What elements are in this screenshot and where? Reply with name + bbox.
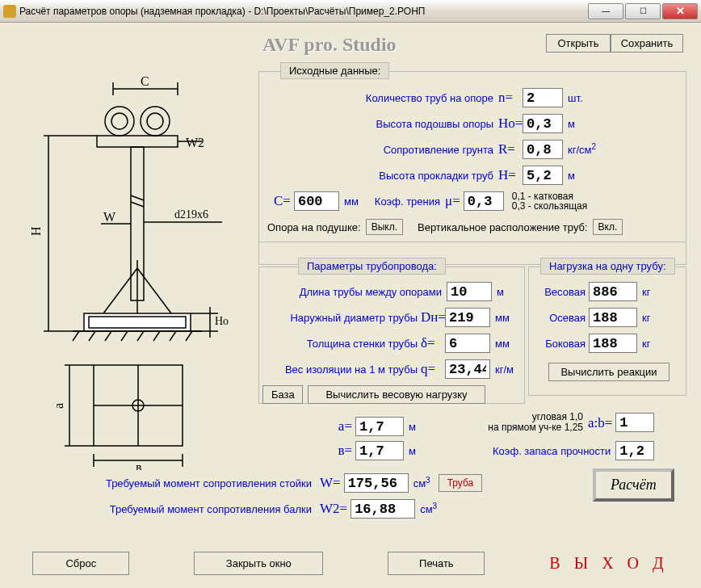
svg-text:W: W [103,210,116,224]
q-input[interactable] [445,359,490,379]
b-input[interactable] [355,441,404,460]
svg-line-31 [186,331,192,341]
del-var: δ= [421,335,445,351]
svg-point-4 [111,113,128,129]
svg-text:C: C [141,74,149,88]
dn-label: Наружный диаметр трубы [259,312,418,324]
print-button[interactable]: Печать [388,552,485,575]
r-var: R= [498,141,523,158]
svg-text:H: H [29,226,43,236]
window-controls: — ☐ ✕ [588,3,698,19]
mu-var: μ= [445,193,460,209]
dn-input[interactable] [445,308,490,327]
ho-input[interactable] [523,114,563,133]
svg-text:Hо: Hо [215,315,229,327]
window-title: Расчёт параметров опоры (надземная прокл… [19,6,588,17]
n-label: Количество труб на опоре [259,92,493,104]
side-input[interactable] [589,334,637,353]
ab-hint: угловая 1,0на прямом уч-ке 1,25 [470,412,583,433]
svg-line-27 [121,331,128,341]
cushion-toggle[interactable]: Выкл. [366,219,403,235]
ab-input[interactable] [615,413,654,432]
close-window-button[interactable]: Закрыть окно [194,552,323,575]
app-title: AVF pro. Studio [262,34,397,56]
svg-point-6 [147,113,163,129]
del-label: Толщина стенки трубы [259,338,418,350]
weight-unit: кг [642,286,650,298]
svg-line-26 [105,331,111,341]
side-label: Боковая [529,338,586,350]
c-unit: мм [344,195,359,208]
calc-reactions-button[interactable]: Вычислить реакции [548,363,670,381]
svg-line-25 [89,331,95,341]
w2-unit: см3 [420,502,437,515]
source-data-section: Исходные данные: Количество труб на опор… [258,71,686,265]
len-input[interactable] [447,282,492,301]
w2-input[interactable] [350,499,415,519]
r-unit: кг/см2 [568,142,596,156]
safety-input[interactable] [615,441,654,460]
ho-unit: м [568,118,575,130]
weight-input[interactable] [589,282,637,301]
dn-var: Dн= [421,309,445,326]
n-var: n= [498,90,523,106]
minimize-button[interactable]: — [588,3,623,19]
h-unit: м [568,170,575,182]
exit-button[interactable]: В Ы Х О Д [549,554,668,573]
svg-point-3 [105,107,134,136]
svg-text:a: a [52,403,65,409]
len-label: Длина трубы между опорами [259,286,442,298]
axial-label: Осевая [529,312,586,324]
vert-toggle[interactable]: Вкл. [593,219,623,235]
a-unit: м [409,421,416,433]
load-title: Нагрузка на одну трубу: [540,258,675,275]
maximize-button[interactable]: ☐ [625,3,661,19]
q-var: q= [421,361,445,377]
del-input[interactable] [445,334,490,353]
axial-input[interactable] [589,308,637,327]
h-label: Высота прокладки труб [259,170,493,182]
ho-label: Высота подошвы опоры [259,118,493,130]
w2-label: Требуемый момент сопротивления балки [53,503,312,515]
reset-button[interactable]: Сброс [32,552,129,575]
ab-var: a:b= [588,418,612,428]
weight-label: Весовая [529,286,586,298]
r-input[interactable] [523,140,563,159]
vert-label: Вертикальное расположение труб: [418,221,588,233]
axial-unit: кг [642,312,650,324]
calc-weight-button[interactable]: Вычислить весовую нагрузку [308,385,485,404]
svg-line-12 [103,268,137,313]
c-var: C= [274,193,291,209]
a-var: a= [331,418,352,435]
titlebar: Расчёт параметров опоры (надземная прокл… [0,0,701,23]
calculate-button[interactable]: Расчёт [593,468,674,502]
n-unit: шт. [568,92,583,104]
mu-input[interactable] [464,191,504,211]
safety-label: Коэф. запаса прочности [493,445,611,457]
svg-line-24 [73,331,79,341]
svg-rect-7 [97,136,178,147]
open-button[interactable]: Открыть [546,34,611,52]
b-unit: м [409,445,416,457]
b-var: в= [331,443,352,459]
w-input[interactable] [344,473,409,493]
pipe-params-section: Параметры трубопровода: Длина трубы межд… [258,267,525,404]
a-input[interactable] [355,417,404,436]
w2-var: W2= [320,501,347,517]
w-unit: см3 [413,476,430,489]
save-button[interactable]: Сохранить [611,34,683,52]
w-label: Требуемый момент сопротивления стойки [53,477,312,489]
c-input[interactable] [294,191,339,211]
side-unit: кг [642,338,650,350]
pipe-params-title: Параметры трубопровода: [298,258,446,275]
q-label: Вес изоляции на 1 м трубы [259,363,418,376]
pipe-button[interactable]: Труба [439,474,483,492]
svg-line-13 [137,268,171,313]
cushion-label: Опора на подушке: [267,221,361,233]
h-input[interactable] [523,166,563,185]
dn-unit: мм [495,312,510,324]
base-button[interactable]: База [262,385,303,404]
n-input[interactable] [523,88,563,107]
close-button[interactable]: ✕ [662,3,698,19]
svg-line-30 [170,331,176,341]
